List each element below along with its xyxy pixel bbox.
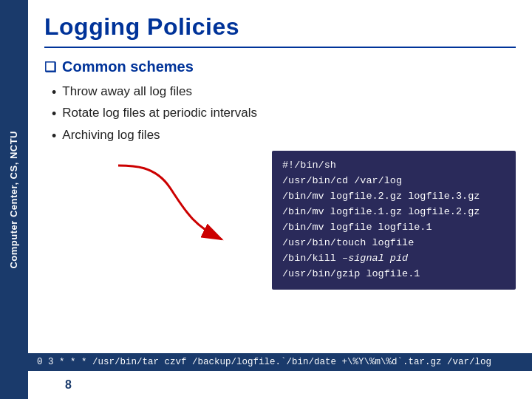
title-divider <box>44 47 516 48</box>
sidebar-label: Computer Center, CS, NCTU <box>8 131 21 269</box>
code-area: #!/bin/sh /usr/bin/cd /var/log /bin/mv l… <box>44 151 516 289</box>
section-heading-text: Common schemes <box>62 58 194 75</box>
list-item: Rotate log files at periodic intervals <box>52 106 516 123</box>
bottom-bar: 0 3 * * * /usr/bin/tar czvf /backup/logf… <box>28 353 532 371</box>
list-item: Throw away all log files <box>52 84 516 101</box>
bullet-text-2: Rotate log files at periodic intervals <box>62 106 257 120</box>
code-line-3: /bin/mv logfile.2.gz logfile.3.gz <box>282 189 505 205</box>
checkbox-icon: ❑ <box>44 59 56 75</box>
page-title: Logging Policies <box>44 13 516 41</box>
list-item: Archiving log files <box>52 128 516 145</box>
code-line-7: /bin/kill –signal pid <box>282 251 505 267</box>
code-line-8: /usr/bin/gzip logfile.1 <box>282 267 505 282</box>
code-line-6: /usr/bin/touch logfile <box>282 236 505 251</box>
code-line-4: /bin/mv logfile.1.gz logfile.2.gz <box>282 205 505 220</box>
page-number: 8 <box>65 378 72 392</box>
bullet-list: Throw away all log files Rotate log file… <box>44 84 516 145</box>
content-section: ❑ Common schemes Throw away all log file… <box>44 58 516 392</box>
bullet-text-3: Archiving log files <box>62 128 160 143</box>
section-heading: ❑ Common schemes <box>44 58 516 75</box>
main-content: Logging Policies ❑ Common schemes Throw … <box>28 0 532 399</box>
sidebar: Computer Center, CS, NCTU <box>0 0 28 399</box>
code-line-1: #!/bin/sh <box>282 158 505 174</box>
code-line-5: /bin/mv logfile logfile.1 <box>282 220 505 236</box>
arrow-icon <box>111 158 273 254</box>
code-box: #!/bin/sh /usr/bin/cd /var/log /bin/mv l… <box>272 151 516 289</box>
bullet-text-1: Throw away all log files <box>62 84 192 99</box>
code-line-2: /usr/bin/cd /var/log <box>282 174 505 189</box>
